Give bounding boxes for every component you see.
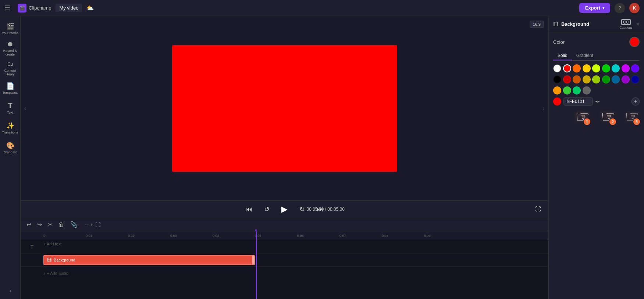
main-layout: 🎬 Your media ⏺ Record &create 🗂 Contentl… [0,16,644,299]
text-icon: T [8,102,12,110]
color-dark-teal[interactable] [612,75,620,83]
playhead[interactable] [256,231,257,240]
redo-tool[interactable]: ↪ [36,220,43,229]
hand-number-1: 1 [584,118,590,125]
tab-gradient[interactable]: Gradient [572,51,598,60]
zoom-controls: − + ⛶ [85,222,100,228]
add-audio-button[interactable]: + Add audio [47,271,68,275]
delete-tool[interactable]: 🗑 [57,220,66,229]
aspect-ratio-badge[interactable]: 16:9 [530,21,544,28]
panel-title: Background [561,21,589,27]
hand-cursor-1: ☞ 1 [575,107,590,126]
cloud-icon[interactable]: ⛅ [86,4,94,11]
color-teal[interactable] [612,64,620,72]
sidebar-item-transitions[interactable]: ✨ Transitions [1,118,19,138]
captions-button[interactable]: CC Captions [619,19,633,29]
expand-left-icon[interactable]: ‹ [24,105,26,112]
video-canvas [172,45,397,172]
color-panel: Color Solid Gradient [549,32,644,299]
color-orange[interactable] [573,64,581,72]
sidebar-item-your-media[interactable]: 🎬 Your media [1,19,19,38]
undo-tool[interactable]: ↩ [25,220,33,229]
text-track-row: T + Add text [21,240,548,253]
tab-solid[interactable]: Solid [553,51,572,60]
color-amber[interactable] [553,86,561,95]
hand-cursor-2: ☞ 2 [601,107,615,126]
background-track-row: 🎞 Background [21,253,548,267]
text-track-content: + Add text [43,240,548,253]
help-icon[interactable]: ? [615,3,625,13]
sidebar-item-content-library[interactable]: 🗂 Contentlibrary [1,59,19,78]
color-dark-blue[interactable] [631,75,639,83]
color-input-row: ✒ + [553,97,640,106]
play-button[interactable]: ▶ [280,203,289,216]
library-icon: 🗂 [7,60,14,68]
color-dark-magenta[interactable] [622,75,630,83]
attach-tool[interactable]: 📎 [69,220,79,229]
eyedropper-icon[interactable]: ✒ [595,98,600,105]
rewind-button[interactable]: ↺ [263,204,271,215]
clip-label: Background [54,258,75,262]
left-sidebar: 🎬 Your media ⏺ Record &create 🗂 Contentl… [0,16,21,299]
background-icon: 🎞 [553,21,558,27]
fullscreen-button[interactable]: ⛶ [534,204,542,214]
forward-button[interactable]: ↻ [298,204,306,215]
timeline-section: ↩ ↪ ✂ 🗑 📎 − + ⛶ 0 0:01 0:02 0:03 0:04 [21,218,548,299]
color-dark-red[interactable] [563,75,571,83]
color-magenta[interactable] [622,64,630,72]
topbar: ☰ 🎬 Clipchamp My video ⛅ Export ▾ ? K [0,0,644,16]
color-dark-yellow[interactable] [583,75,591,83]
clip-icon: 🎞 [47,257,51,263]
sidebar-item-text[interactable]: T Text [1,99,19,118]
skip-back-button[interactable]: ⏮ [244,204,254,215]
color-green[interactable] [602,64,610,72]
audio-track-row[interactable]: ♪ + Add audio [21,267,548,280]
preview-area: ‹ › 16:9 [21,16,548,200]
expand-right-icon[interactable]: › [543,105,545,112]
cut-tool[interactable]: ✂ [46,220,54,229]
color-lime[interactable] [592,64,600,72]
color-bright-green[interactable] [563,86,571,95]
zoom-out-button[interactable]: − [85,222,88,228]
menu-icon[interactable]: ☰ [4,4,10,12]
timeline-expand-button[interactable]: ⛶ [95,222,100,228]
color-grid-row3 [553,86,640,95]
timeline-tracks: T + Add text 🎞 Background [21,240,548,299]
timeline-toolbar: ↩ ↪ ✂ 🗑 📎 − + ⛶ [21,218,548,231]
add-text-button[interactable]: + Add text [43,242,61,246]
transitions-icon: ✨ [6,122,14,130]
video-title[interactable]: My video [56,4,82,12]
sidebar-item-brand-kit[interactable]: 🎨 Brand kit [1,138,19,157]
color-purple[interactable] [631,64,639,72]
color-grid-row1 [553,64,640,72]
avatar[interactable]: K [629,3,640,13]
color-dark-orange[interactable] [573,75,581,83]
sidebar-item-record-create[interactable]: ⏺ Record &create [1,39,19,58]
export-button[interactable]: Export ▾ [579,3,610,13]
bg-track-content[interactable]: 🎞 Background [43,253,548,266]
export-arrow: ▾ [602,6,604,10]
ruler-marks: 0 0:01 0:02 0:03 0:04 0:05 0:06 0:07 0:0… [43,234,548,238]
color-white[interactable] [553,64,561,72]
color-gray[interactable] [583,86,591,95]
color-swatch-current[interactable] [629,37,640,47]
right-panel: 🎞 Background CC Captions × Color Solid G… [548,16,644,299]
hand-number-3: 3 [633,118,640,125]
color-label: Color [553,39,626,45]
background-clip[interactable]: 🎞 Background [43,255,255,265]
color-mint[interactable] [573,86,581,95]
clip-handle[interactable] [252,256,254,264]
add-color-button[interactable]: + [631,97,640,106]
color-dark-green[interactable] [602,75,610,83]
color-red[interactable] [563,64,571,72]
color-black[interactable] [553,75,561,83]
sidebar-item-templates[interactable]: 📄 Templates [1,79,19,98]
zoom-in-button[interactable]: + [90,222,93,228]
color-tabs: Solid Gradient [553,51,640,61]
close-panel-button[interactable]: × [636,21,640,28]
center-panel: ‹ › 16:9 ⏮ ↺ ▶ ↻ ⏭ 00:05.00 / 00:05.00 ⛶… [21,16,548,299]
color-yellow[interactable] [583,64,591,72]
color-dark-lime[interactable] [592,75,600,83]
sidebar-collapse-button[interactable]: ‹ [5,286,15,296]
color-hex-input[interactable] [563,97,593,106]
